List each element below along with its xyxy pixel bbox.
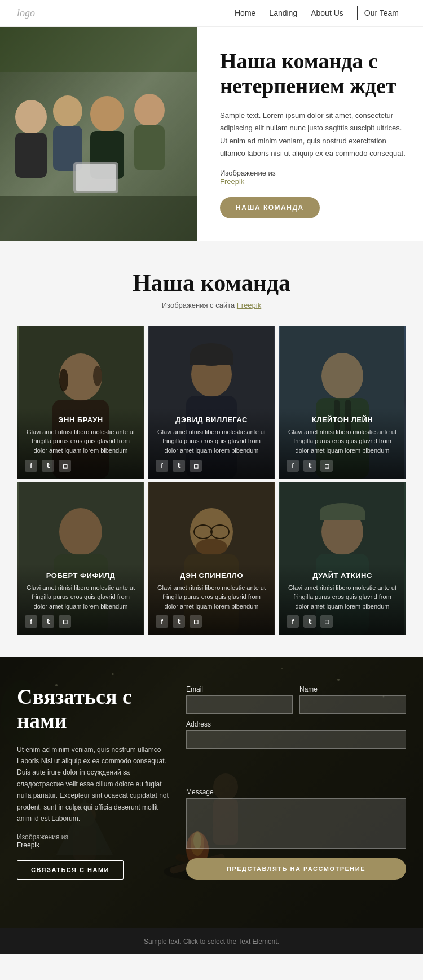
team-card-overlay-david: ДЭВИД ВИЛЛЕГАС Glavi amet ritnisi libero… xyxy=(148,408,275,479)
team-member-name-dan: ДЭН СПИНЕЛЛО xyxy=(156,571,267,580)
instagram-icon-ann[interactable]: ◻ xyxy=(59,460,71,472)
facebook-icon-ann[interactable]: f xyxy=(25,460,37,472)
svg-rect-9 xyxy=(134,125,165,170)
contact-inner: Связаться с нами Ut enim ad minim veniam… xyxy=(0,657,423,902)
team-member-name-dwight: ДУАЙТ АТКИНС xyxy=(287,571,398,580)
navbar: logo Home Landing About Us Our Team xyxy=(0,0,423,27)
twitter-icon-dwight[interactable]: 𝕥 xyxy=(303,615,316,628)
hero-team-button[interactable]: НАША КОМАНДА xyxy=(220,197,320,218)
twitter-icon-robert[interactable]: 𝕥 xyxy=(42,615,54,628)
hero-section: Наша команда с нетерпением ждет Sample t… xyxy=(0,27,423,241)
contact-form: Email Name Address Message ПРЕДСТАВЛЯТЬ … xyxy=(186,685,406,880)
team-member-name-david: ДЭВИД ВИЛЛЕГАС xyxy=(156,415,267,424)
team-member-name-ann: ЭНН БРАУН xyxy=(25,415,136,424)
contact-title: Связаться с нами xyxy=(17,685,169,733)
hero-freepik-link[interactable]: Freepik xyxy=(220,177,244,186)
address-label: Address xyxy=(186,720,406,728)
svg-point-6 xyxy=(90,96,124,132)
nav-ourteam[interactable]: Our Team xyxy=(357,6,406,20)
email-input[interactable] xyxy=(186,695,293,714)
team-member-name-clayton: КЛЕЙТОН ЛЕЙН xyxy=(287,415,398,424)
svg-point-28 xyxy=(321,353,363,399)
twitter-icon-dan[interactable]: 𝕥 xyxy=(173,615,185,628)
instagram-icon-dwight[interactable]: ◻ xyxy=(320,615,333,628)
email-label: Email xyxy=(186,685,293,693)
form-row-email-name: Email Name xyxy=(186,685,406,714)
team-card-clayton: КЛЕЙТОН ЛЕЙН Glavi amet ritnisi libero m… xyxy=(279,326,406,479)
contact-section: Связаться с нами Ut enim ad minim veniam… xyxy=(0,657,423,928)
svg-rect-3 xyxy=(15,133,47,178)
team-member-desc-clayton: Glavi amet ritnisi libero molestie ante … xyxy=(287,427,398,456)
team-card-socials-robert: f 𝕥 ◻ xyxy=(25,615,136,628)
address-input[interactable] xyxy=(186,730,406,749)
team-grid: ЭНН БРАУН Glavi amet ritnisi libero mole… xyxy=(17,326,406,635)
facebook-icon-david[interactable]: f xyxy=(156,460,168,472)
svg-point-4 xyxy=(53,95,82,127)
facebook-icon-robert[interactable]: f xyxy=(25,615,37,628)
twitter-icon-clayton[interactable]: 𝕥 xyxy=(303,460,316,472)
team-card-socials-dan: f 𝕥 ◻ xyxy=(156,615,267,628)
team-card-overlay-robert: РОБЕРТ ФИФИЛД Glavi amet ritnisi libero … xyxy=(17,563,144,635)
nav-landing[interactable]: Landing xyxy=(269,8,297,18)
contact-left: Связаться с нами Ut enim ad minim veniam… xyxy=(17,685,169,880)
form-group-message: Message xyxy=(186,788,406,849)
team-card-dan: ДЭН СПИНЕЛЛО Glavi amet ritnisi libero m… xyxy=(148,482,275,635)
team-card-socials-clayton: f 𝕥 ◻ xyxy=(287,460,398,472)
svg-point-34 xyxy=(59,508,102,555)
contact-image-credit: Изображения из Freepik xyxy=(17,833,169,849)
form-group-email: Email xyxy=(186,685,293,714)
team-section: Наша команда Изображения с сайта Freepik… xyxy=(0,241,423,657)
twitter-icon-david[interactable]: 𝕥 xyxy=(173,460,185,472)
svg-rect-13 xyxy=(0,196,197,241)
footer-text: Sample text. Click to select the Text El… xyxy=(144,938,279,946)
svg-point-8 xyxy=(134,94,165,126)
team-member-desc-dwight: Glavi amet ritnisi libero molestie ante … xyxy=(287,583,398,611)
hero-image-placeholder xyxy=(0,27,197,241)
form-group-address: Address xyxy=(186,720,406,781)
team-card-socials-david: f 𝕥 ◻ xyxy=(156,460,267,472)
team-member-desc-dan: Glavi amet ritnisi libero molestie ante … xyxy=(156,583,267,611)
name-input[interactable] xyxy=(299,695,406,714)
team-card-overlay-clayton: КЛЕЙТОН ЛЕЙН Glavi amet ritnisi libero m… xyxy=(279,408,406,479)
contact-button[interactable]: СВЯЗАТЬСЯ С НАМИ xyxy=(17,860,124,880)
team-card-robert: РОБЕРТ ФИФИЛД Glavi amet ritnisi libero … xyxy=(17,482,144,635)
svg-point-2 xyxy=(15,100,47,134)
nav-about[interactable]: About Us xyxy=(311,8,343,18)
svg-rect-11 xyxy=(76,164,116,191)
form-submit-button[interactable]: ПРЕДСТАВЛЯТЬ НА РАССМОТРЕНИЕ xyxy=(186,858,406,880)
team-card-dwight: ДУАЙТ АТКИНС Glavi amet ritnisi libero m… xyxy=(279,482,406,635)
team-subtitle: Изображения с сайта Freepik xyxy=(17,301,406,309)
instagram-icon-robert[interactable]: ◻ xyxy=(59,615,71,628)
nav-home[interactable]: Home xyxy=(235,8,255,18)
team-card-david: ДЭВИД ВИЛЛЕГАС Glavi amet ritnisi libero… xyxy=(148,326,275,479)
logo: logo xyxy=(17,7,35,19)
footer: Sample text. Click to select the Text El… xyxy=(0,928,423,954)
svg-rect-25 xyxy=(190,355,233,365)
contact-text: Ut enim ad minim veniam, quis nostrum ul… xyxy=(17,744,169,825)
form-group-name: Name xyxy=(299,685,406,714)
hero-content: Наша команда с нетерпением ждет Sample t… xyxy=(197,27,423,241)
team-freepik-link[interactable]: Freepik xyxy=(237,301,261,309)
instagram-icon-clayton[interactable]: ◻ xyxy=(320,460,333,472)
instagram-icon-david[interactable]: ◻ xyxy=(190,460,202,472)
team-member-desc-ann: Glavi amet ritnisi libero molestie ante … xyxy=(25,427,136,456)
facebook-icon-dwight[interactable]: f xyxy=(287,615,299,628)
twitter-icon-ann[interactable]: 𝕥 xyxy=(42,460,54,472)
instagram-icon-dan[interactable]: ◻ xyxy=(190,615,202,628)
hero-image xyxy=(0,27,197,241)
svg-point-39 xyxy=(196,539,227,555)
message-input[interactable] xyxy=(186,798,406,849)
svg-point-19 xyxy=(93,366,102,386)
team-member-desc-david: Glavi amet ritnisi libero molestie ante … xyxy=(156,427,267,456)
svg-rect-12 xyxy=(0,27,197,72)
message-label: Message xyxy=(186,788,406,796)
facebook-icon-dan[interactable]: f xyxy=(156,615,168,628)
facebook-icon-clayton[interactable]: f xyxy=(287,460,299,472)
team-card-socials-dwight: f 𝕥 ◻ xyxy=(287,615,398,628)
svg-rect-49 xyxy=(320,511,365,520)
hero-title: Наша команда с нетерпением ждет xyxy=(220,49,406,98)
team-card-overlay-dwight: ДУАЙТ АТКИНС Glavi amet ritnisi libero m… xyxy=(279,563,406,635)
nav-links: Home Landing About Us Our Team xyxy=(235,6,406,20)
contact-freepik-link[interactable]: Freepik xyxy=(17,841,39,849)
team-member-name-robert: РОБЕРТ ФИФИЛД xyxy=(25,571,136,580)
